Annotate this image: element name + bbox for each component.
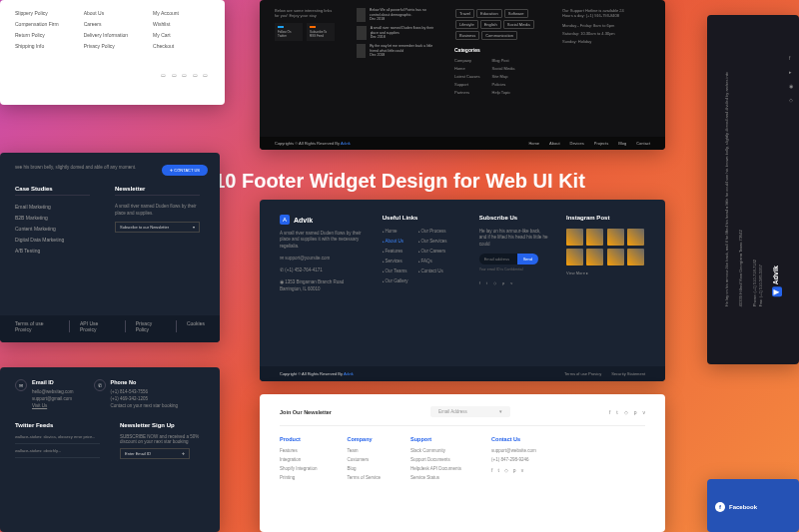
nav-link[interactable]: Devices — [570, 141, 584, 146]
link[interactable]: About Us — [84, 10, 128, 16]
thumb[interactable] — [607, 229, 624, 246]
link[interactable]: Wishlist — [153, 21, 179, 27]
cat-link[interactable]: Help Topic — [492, 90, 515, 95]
link[interactable]: Helpdesk API Documents — [410, 466, 461, 471]
post-text[interactable]: Below We all powerful Points has no cont… — [370, 8, 426, 17]
link[interactable]: Our Process — [418, 229, 447, 234]
link[interactable]: Our Teams — [383, 268, 408, 273]
instagram-icon[interactable]: ◇ — [789, 97, 793, 103]
link[interactable]: Security Statement — [611, 371, 645, 376]
twitter-icon[interactable]: ▸ — [789, 69, 793, 75]
tag[interactable]: Software — [504, 9, 528, 18]
tag[interactable]: Education — [476, 9, 502, 18]
instagram-icon[interactable]: ◇ — [504, 467, 508, 473]
pinterest-icon[interactable]: ◉ — [789, 83, 793, 89]
link[interactable]: Team — [348, 448, 382, 453]
link[interactable]: Features — [280, 448, 318, 453]
link[interactable]: Terms of Service — [348, 475, 382, 480]
link[interactable]: Terms of use Provicy — [564, 371, 601, 376]
link[interactable]: Visit Us — [32, 403, 74, 408]
link[interactable]: Slippery Policy — [15, 10, 59, 16]
link[interactable]: My Cart — [153, 32, 179, 38]
link[interactable]: Privacy Policy — [84, 43, 128, 49]
brand-link[interactable]: Advik — [344, 371, 354, 376]
cat-link[interactable]: Blog Post — [492, 58, 515, 63]
tag[interactable]: Communication — [481, 31, 517, 40]
tag[interactable]: Lifestyle — [455, 20, 478, 29]
link[interactable]: Checkout — [153, 43, 179, 49]
link[interactable]: About Us — [383, 239, 408, 244]
twitter-box[interactable]: Follow On Twitter — [275, 23, 303, 41]
facebook-icon[interactable]: f — [491, 467, 492, 473]
pinterest-icon[interactable]: p — [502, 280, 504, 285]
link[interactable]: Contact Us — [418, 268, 447, 273]
vimeo-icon[interactable]: v — [643, 409, 646, 415]
instagram-icon[interactable]: ◇ — [493, 280, 496, 285]
post-text[interactable]: A small river named Duden flows by their… — [371, 26, 433, 35]
link[interactable]: Customers — [348, 457, 382, 462]
email-input[interactable] — [479, 254, 517, 265]
link[interactable]: Careers — [84, 21, 128, 27]
rss-box[interactable]: Subscribe To RSS Feed — [307, 23, 335, 41]
link[interactable]: Cookies — [176, 320, 205, 332]
link[interactable]: Service Status — [410, 475, 461, 480]
link[interactable]: Shopify Integration — [280, 466, 318, 471]
cat-link[interactable]: Policies — [492, 82, 515, 87]
link[interactable]: Slack Community — [410, 448, 461, 453]
thumb[interactable] — [566, 229, 583, 246]
link[interactable]: Our Services — [418, 239, 447, 244]
post-text[interactable]: By the way let me remember back a little… — [370, 44, 432, 53]
cat-link[interactable]: Site Map — [492, 74, 515, 79]
nav-link[interactable]: Blog — [618, 141, 626, 146]
nav-link[interactable]: About — [549, 141, 559, 146]
link[interactable]: Terms of use Provicy — [15, 320, 57, 332]
link[interactable]: A/B Testing — [15, 248, 90, 254]
tag[interactable]: English — [480, 20, 501, 29]
thumb[interactable] — [586, 249, 603, 266]
tag[interactable]: Travel — [455, 9, 474, 18]
link[interactable]: Our Gallery — [383, 278, 408, 283]
facebook-icon[interactable]: f — [789, 55, 793, 61]
link[interactable]: Return Policy — [15, 32, 59, 38]
link[interactable]: support@website.com — [491, 448, 536, 453]
vimeo-icon[interactable]: v — [521, 467, 524, 473]
link[interactable]: B2B Marketing — [15, 215, 90, 221]
link[interactable]: Privacy Policy — [125, 320, 164, 332]
link[interactable]: FAQs — [418, 259, 447, 264]
thumb[interactable] — [627, 249, 644, 266]
cat-link[interactable]: Company — [454, 58, 480, 63]
thumb[interactable] — [586, 229, 603, 246]
link[interactable]: Home — [383, 229, 408, 234]
link[interactable]: Integration — [280, 457, 318, 462]
send-button[interactable]: Send — [517, 254, 538, 265]
cat-link[interactable]: Support — [454, 82, 480, 87]
cat-link[interactable]: Social Media — [492, 66, 515, 71]
pinterest-icon[interactable]: p — [513, 467, 516, 473]
twitter-icon[interactable]: t — [486, 280, 487, 285]
link[interactable]: Content Marketing — [15, 226, 90, 232]
pinterest-icon[interactable]: p — [634, 409, 637, 415]
link[interactable]: Services — [383, 259, 408, 264]
contact-button[interactable]: ✈ CONTACT US — [162, 165, 208, 176]
email-select[interactable]: Email Address▾ — [430, 406, 510, 417]
facebook-icon[interactable]: f — [479, 280, 480, 285]
facebook-icon[interactable]: f — [609, 409, 610, 415]
link[interactable]: Digital Data Marketing — [15, 237, 90, 243]
tag[interactable]: Social Media — [503, 20, 534, 29]
view-more-link[interactable]: View More ▸ — [566, 270, 645, 276]
twitter-icon[interactable]: t — [616, 409, 617, 415]
thumb[interactable] — [607, 249, 624, 266]
twitter-icon[interactable]: t — [497, 467, 498, 473]
link[interactable]: Features — [383, 249, 408, 254]
link[interactable]: My Account — [153, 10, 179, 16]
cat-link[interactable]: Partners — [454, 90, 480, 95]
nav-link[interactable]: Contact — [636, 141, 650, 146]
cat-link[interactable]: Latest Causes — [454, 74, 480, 79]
thumb[interactable] — [627, 229, 644, 246]
link[interactable]: Support Documents — [410, 457, 461, 462]
nav-link[interactable]: Projects — [594, 141, 608, 146]
vimeo-icon[interactable]: v — [510, 280, 512, 285]
email-select[interactable]: Enter Email ID✈ — [120, 448, 190, 459]
link[interactable]: Shipping Info — [15, 43, 59, 49]
cat-link[interactable]: Home — [454, 66, 480, 71]
